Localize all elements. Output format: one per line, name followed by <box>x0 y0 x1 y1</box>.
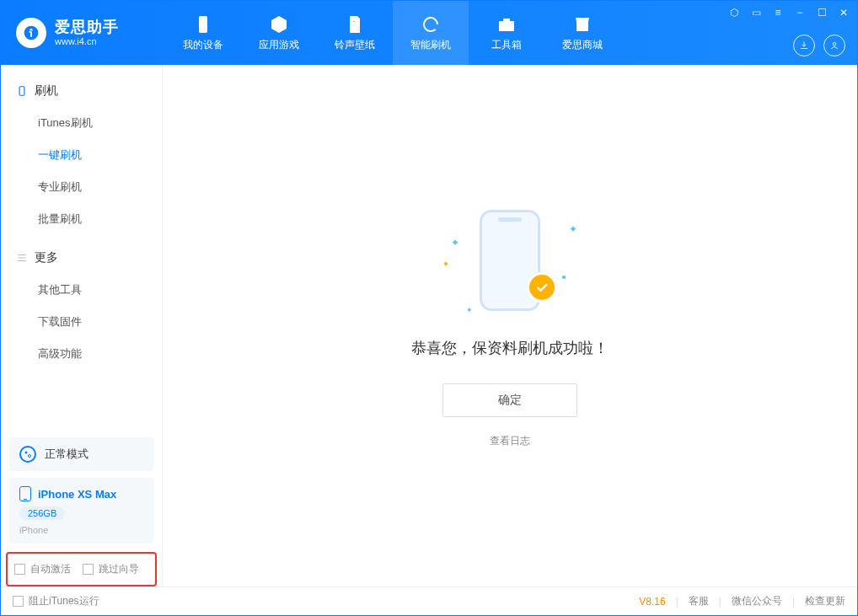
nav-toolbox[interactable]: 工具箱 <box>469 1 544 65</box>
sidebar-item-download-firmware[interactable]: 下载固件 <box>1 306 162 338</box>
dot-icon <box>444 262 448 265</box>
checkmark-badge-icon <box>527 272 557 303</box>
app-window: 爱思助手 www.i4.cn 我的设备 应用游戏 铃声壁纸 智能刷机 <box>0 0 858 616</box>
sidebar-section-flash: 刷机 iTunes刷机 一键刷机 专业刷机 批量刷机 <box>1 65 162 242</box>
checkbox-label: 自动激活 <box>30 562 71 576</box>
download-button[interactable] <box>793 35 815 56</box>
menu-icon[interactable]: ≡ <box>771 6 785 19</box>
nav-label: 爱思商城 <box>562 38 603 52</box>
checkbox-block-itunes[interactable]: 阻止iTunes运行 <box>13 594 99 608</box>
sidebar-item-itunes-flash[interactable]: iTunes刷机 <box>1 107 162 139</box>
device-capacity-badge: 256GB <box>19 506 65 520</box>
body: 刷机 iTunes刷机 一键刷机 专业刷机 批量刷机 更多 其他工具 下载固件 <box>1 65 857 587</box>
svg-point-3 <box>25 452 28 454</box>
header: 爱思助手 www.i4.cn 我的设备 应用游戏 铃声壁纸 智能刷机 <box>1 1 857 65</box>
nav-my-device[interactable]: 我的设备 <box>165 1 241 65</box>
flash-options-highlighted: 自动激活 跳过向导 <box>6 552 157 587</box>
sidebar-heading-label: 更多 <box>35 250 58 265</box>
dot-icon <box>562 276 566 279</box>
user-icon <box>829 40 840 51</box>
sidebar-heading-label: 刷机 <box>35 83 58 99</box>
svg-point-1 <box>833 43 836 46</box>
main-nav: 我的设备 应用游戏 铃声壁纸 智能刷机 工具箱 爱思商城 <box>165 1 620 65</box>
device-icon <box>193 14 213 35</box>
check-update-link[interactable]: 检查更新 <box>805 594 845 608</box>
ok-button[interactable]: 确定 <box>442 383 577 417</box>
device-type: iPhone <box>19 525 143 535</box>
window-controls: ⬡ ▭ ≡ − ☐ ✕ <box>727 6 850 19</box>
nav-smart-flash[interactable]: 智能刷机 <box>393 1 469 65</box>
list-icon <box>16 252 28 264</box>
minimize-button[interactable]: − <box>793 6 807 19</box>
refresh-shield-icon <box>421 14 441 35</box>
svg-rect-2 <box>19 87 24 96</box>
close-button[interactable]: ✕ <box>837 6 850 19</box>
footer: 阻止iTunes运行 V8.16 | 客服 | 微信公众号 | 检查更新 <box>1 587 857 615</box>
cube-icon <box>269 14 289 35</box>
nav-label: 应用游戏 <box>259 38 299 52</box>
device-mode-label: 正常模式 <box>45 447 88 462</box>
wechat-link[interactable]: 微信公众号 <box>732 594 782 608</box>
sidebar-item-batch-flash[interactable]: 批量刷机 <box>1 203 162 235</box>
app-title: 爱思助手 <box>55 19 119 36</box>
nav-label: 我的设备 <box>183 38 223 52</box>
phone-small-icon <box>16 85 28 97</box>
logo: 爱思助手 www.i4.cn <box>1 1 165 65</box>
checkbox-box-icon <box>13 596 24 607</box>
device-name: iPhone XS Max <box>38 488 116 501</box>
checkbox-skip-wizard[interactable]: 跳过向导 <box>83 562 139 576</box>
nav-apps-games[interactable]: 应用游戏 <box>241 1 317 65</box>
phone-outline-icon <box>19 486 31 501</box>
nav-store[interactable]: 爱思商城 <box>544 1 620 65</box>
sidebar-heading-more: 更多 <box>1 247 162 269</box>
separator: | <box>792 596 795 608</box>
success-illustration: ✦ ✦ ✦ <box>442 203 577 321</box>
mode-icon <box>19 446 36 463</box>
sidebar-item-advanced[interactable]: 高级功能 <box>1 338 162 370</box>
svg-point-4 <box>29 455 31 458</box>
device-mode-card[interactable]: 正常模式 <box>9 437 153 471</box>
music-file-icon <box>345 14 365 35</box>
lock-icon[interactable]: ▭ <box>749 6 763 19</box>
checkbox-label: 跳过向导 <box>99 562 139 576</box>
separator: | <box>719 596 721 608</box>
checkbox-label: 阻止iTunes运行 <box>29 594 99 608</box>
sidebar-section-more: 更多 其他工具 下载固件 高级功能 <box>1 242 162 377</box>
sidebar-item-other-tools[interactable]: 其他工具 <box>1 274 162 306</box>
support-link[interactable]: 客服 <box>689 594 709 608</box>
toolbox-icon <box>496 14 517 35</box>
separator: | <box>676 596 678 608</box>
nav-label: 铃声壁纸 <box>335 38 375 52</box>
tshirt-icon[interactable]: ⬡ <box>727 6 741 19</box>
nav-label: 工具箱 <box>491 38 522 52</box>
main-content: ✦ ✦ ✦ 恭喜您，保资料刷机成功啦！ 确定 查看日志 <box>163 65 857 587</box>
view-log-link[interactable]: 查看日志 <box>490 434 530 448</box>
sidebar-item-pro-flash[interactable]: 专业刷机 <box>1 171 162 203</box>
store-icon <box>572 14 593 35</box>
svg-rect-0 <box>199 16 207 33</box>
user-button[interactable] <box>823 35 845 56</box>
logo-badge-icon <box>16 18 46 48</box>
version-label: V8.16 <box>639 596 665 608</box>
sidebar-item-oneclick-flash[interactable]: 一键刷机 <box>1 139 162 171</box>
sparkle-icon: ✦ <box>451 237 459 249</box>
nav-ringtones[interactable]: 铃声壁纸 <box>317 1 393 65</box>
device-card[interactable]: iPhone XS Max 256GB iPhone <box>9 478 153 544</box>
device-info-panel: 正常模式 iPhone XS Max 256GB iPhone 自动激活 <box>1 431 162 587</box>
nav-label: 智能刷机 <box>410 38 451 52</box>
sidebar: 刷机 iTunes刷机 一键刷机 专业刷机 批量刷机 更多 其他工具 下载固件 <box>1 65 163 587</box>
checkbox-box-icon <box>83 564 94 575</box>
checkbox-box-icon <box>14 564 25 575</box>
sidebar-heading-flash: 刷机 <box>1 80 162 102</box>
checkbox-auto-activate[interactable]: 自动激活 <box>14 562 71 576</box>
download-icon <box>798 40 810 51</box>
sparkle-icon: ✦ <box>466 306 473 314</box>
maximize-button[interactable]: ☐ <box>815 6 829 19</box>
success-message: 恭喜您，保资料刷机成功啦！ <box>411 338 609 358</box>
header-actions <box>793 35 845 56</box>
sparkle-icon: ✦ <box>569 223 577 235</box>
app-subtitle: www.i4.cn <box>55 36 119 46</box>
